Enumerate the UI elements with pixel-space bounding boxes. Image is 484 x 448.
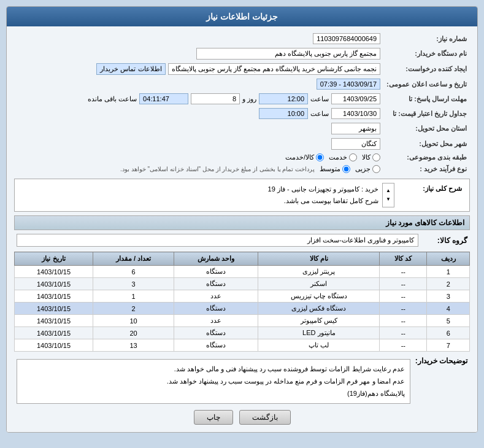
radio-motovaset-input[interactable] — [342, 165, 350, 173]
tabaqa-cell: کالا خدمت کالا/خدمت — [14, 152, 383, 163]
page-title: جزئیات اطلاعات نیاز — [7, 7, 477, 26]
table-cell-unit-1: دستگاه — [174, 278, 258, 290]
radio-kala-khadamat[interactable]: کالا/خدمت — [285, 153, 324, 161]
saat-label: ساعت — [310, 95, 329, 103]
nam-dastgah-cell: مجتمع گاز پارس جنوبی پالایشگاه دهم — [14, 46, 383, 61]
table-cell-name-2: دستگاه چاپ تیزریس — [258, 290, 380, 303]
shahr-value: کنگان — [331, 138, 380, 150]
table-cell-code-2: -- — [380, 290, 427, 303]
tarikh-value: 1403/09/17 - 07:39 — [317, 79, 380, 90]
serh-title: خرید : کامپیوتر و تجهیزات جانبی - فاز 19 — [268, 183, 378, 195]
notes-cell: عدم رعایت شرایط الزامات توسط فروشنده سبب… — [14, 355, 413, 405]
radio-motovaset[interactable]: متوسط — [320, 165, 350, 173]
notes-line2: عدم امضا و مهر فرم الزامات و فرم منع مدا… — [22, 376, 405, 388]
purchase-type-cell: جزیی متوسط پرداخت تمام یا بخشی از مبلغ خ… — [14, 163, 383, 175]
table-cell-unit-4: عدد — [174, 315, 258, 327]
table-cell-row-2: 3 — [427, 290, 470, 303]
serh-label: شرح کلی نیاز: — [397, 182, 464, 209]
motovaset-label: متوسط — [320, 165, 340, 173]
table-cell-date-5: 1403/10/15 — [15, 327, 93, 339]
notes-box: عدم رعایت شرایط الزامات توسط فروشنده سبب… — [17, 359, 410, 404]
jazzi-label: جزیی — [355, 165, 371, 173]
mohlat-cell: 1403/09/25 ساعت 12:00 روز و 8 04:11:47 س… — [14, 91, 383, 106]
goods-table: ردیف کد کالا نام کالا واحد شمارش تعداد /… — [14, 252, 470, 352]
jadval-saat: 10:00 — [259, 108, 308, 119]
notes-line3: پالایشگاه دهم(فاز19) — [22, 388, 405, 400]
table-cell-qty-4: 10 — [93, 315, 174, 327]
mohlat-countdown: 04:11:47 — [139, 93, 188, 104]
jadval-cell: 1403/10/30 ساعت 10:00 — [14, 106, 383, 121]
shomara-value-cell: 1103097684000649 — [14, 31, 383, 46]
kala-radio-label: کالا — [362, 153, 371, 161]
col-unit: واحد شمارش — [174, 252, 258, 266]
col-name: نام کالا — [258, 252, 380, 266]
table-cell-date-3: 1403/10/15 — [15, 303, 93, 315]
table-cell-date-0: 1403/10/15 — [15, 266, 93, 278]
table-cell-code-3: -- — [380, 303, 427, 315]
radio-jazzi[interactable]: جزیی — [355, 165, 380, 173]
col-code: کد کالا — [380, 252, 427, 266]
radio-jazzi-input[interactable] — [372, 165, 380, 173]
col-row: ردیف — [427, 252, 470, 266]
shahr-cell: کنگان — [14, 136, 383, 152]
table-cell-name-1: اسکنر — [258, 278, 380, 290]
mohlat-label: مهلت ارسال پاسخ: تا — [383, 91, 470, 106]
table-cell-name-6: لب تاپ — [258, 339, 380, 352]
nam-dastgah-value: مجتمع گاز پارس جنوبی پالایشگاه دهم — [196, 48, 380, 60]
table-cell-code-1: -- — [380, 278, 427, 290]
table-cell-row-1: 2 — [427, 278, 470, 290]
baqi-label: ساعت باقی مانده — [88, 95, 137, 103]
ejad-value: نجمه جانمی کارشناس خرید پالایشگاه دهم مج… — [168, 63, 381, 75]
notes-line1: عدم رعایت شرایط الزامات توسط فروشنده سبب… — [22, 363, 405, 376]
jadval-label: جداول تاریخ اعتبار قیمت: تا — [383, 106, 470, 121]
serh-box: شرح کلی نیاز: ▲ ▼ خرید : کامپیوتر و تجهی… — [14, 179, 470, 212]
table-cell-qty-1: 3 — [93, 278, 174, 290]
table-cell-unit-2: عدد — [174, 290, 258, 303]
ejad-label: ایجاد کننده درخواست: — [383, 61, 470, 77]
shomara-value: 1103097684000649 — [313, 33, 380, 44]
table-cell-name-3: دستگاه فکس لیزری — [258, 303, 380, 315]
table-cell-qty-3: 2 — [93, 303, 174, 315]
nam-dastgah-label: نام دستگاه خریدار: — [383, 46, 470, 61]
table-cell-date-4: 1403/10/15 — [15, 315, 93, 327]
ostan-value: بوشهر — [331, 123, 380, 134]
table-cell-date-2: 1403/10/15 — [15, 290, 93, 303]
radio-kala[interactable]: کالا — [362, 153, 380, 161]
button-row: بازگشت چاپ — [14, 410, 470, 425]
radio-khadamat-input[interactable] — [349, 153, 357, 161]
table-cell-row-0: 1 — [427, 266, 470, 278]
ostan-cell: بوشهر — [14, 121, 383, 136]
purchase-type-desc: پرداخت تمام یا بخشی از مبلغ خریدار از مح… — [120, 166, 315, 172]
table-cell-row-5: 6 — [427, 327, 470, 339]
radio-kk-input[interactable] — [316, 153, 324, 161]
radio-kala-input[interactable] — [372, 153, 380, 161]
bazgasht-button[interactable]: بازگشت — [239, 410, 291, 425]
mohlat-rooz: 8 — [191, 93, 240, 104]
table-cell-date-1: 1403/10/15 — [15, 278, 93, 290]
table-cell-code-4: -- — [380, 315, 427, 327]
col-qty: تعداد / مقدار — [93, 252, 174, 266]
table-cell-code-0: -- — [380, 266, 427, 278]
table-cell-unit-6: دستگاه — [174, 339, 258, 352]
table-cell-qty-5: 20 — [93, 327, 174, 339]
chap-button[interactable]: چاپ — [194, 410, 233, 425]
ettelaat-tamas-btn[interactable]: اطلاعات تماس خریدار — [96, 63, 165, 75]
serh-content: ▲ ▼ خرید : کامپیوتر و تجهیزات جانبی - فا… — [20, 182, 397, 209]
radio-khadamat[interactable]: خدمت — [329, 153, 357, 161]
table-cell-row-4: 5 — [427, 315, 470, 327]
table-cell-date-6: 1403/10/15 — [15, 339, 93, 352]
rooz-label: روز و — [242, 95, 256, 103]
khadamat-radio-label: خدمت — [329, 153, 347, 161]
group-value: کامپیوتر و فناوری اطلاعات-سخت افزار — [17, 234, 418, 247]
table-cell-code-6: -- — [380, 339, 427, 352]
mohlat-saat: 12:00 — [259, 93, 308, 104]
notes-label: توضیحات خریدار: — [413, 355, 470, 405]
table-cell-row-3: 4 — [427, 303, 470, 315]
table-cell-qty-0: 6 — [93, 266, 174, 278]
group-label: گروه کالا: — [421, 233, 470, 248]
goods-section-header: اطلاعات کالاهای مورد نیاز — [14, 215, 470, 230]
tarikh-label: تاریخ و ساعت اعلان عمومی: — [383, 77, 470, 91]
shahr-label: شهر محل تحویل: — [383, 136, 470, 152]
table-cell-unit-3: دستگاه — [174, 303, 258, 315]
col-date: تاریخ نیاز — [15, 252, 93, 266]
